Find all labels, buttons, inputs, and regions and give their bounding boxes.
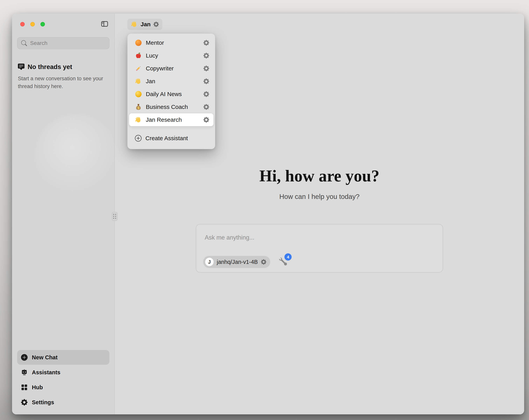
greeting-title: Hi, how are you? xyxy=(115,166,524,185)
search-icon xyxy=(21,40,27,46)
app-window: No threads yet Start a new conversation … xyxy=(12,14,524,414)
nav-label: Settings xyxy=(32,399,54,406)
gear-icon[interactable] xyxy=(203,104,209,110)
greeting-subtitle: How can I help you today? xyxy=(115,193,524,201)
sidebar-nav: New Chat Assistants Hub Settings xyxy=(17,350,109,414)
sidebar-item-hub[interactable]: Hub xyxy=(17,380,109,395)
empty-state: No threads yet Start a new conversation … xyxy=(17,63,109,90)
titlebar xyxy=(17,14,109,35)
nav-label: Hub xyxy=(32,384,43,391)
gear-icon[interactable] xyxy=(203,40,209,46)
waving-hand-icon xyxy=(135,78,142,85)
sidebar: No threads yet Start a new conversation … xyxy=(12,14,115,414)
greeting: Hi, how are you? How can I help you toda… xyxy=(115,166,524,201)
search-input[interactable] xyxy=(30,40,105,46)
menu-item-label: Mentor xyxy=(146,40,199,46)
gear-icon[interactable] xyxy=(203,91,209,97)
plus-circle-icon xyxy=(21,354,28,361)
waving-hand-icon xyxy=(131,21,138,28)
chat-bubble-icon xyxy=(18,64,25,70)
sidebar-item-assistants[interactable]: Assistants xyxy=(17,365,109,380)
nav-label: New Chat xyxy=(32,354,58,361)
model-name: janhq/Jan-v1-4B xyxy=(217,259,258,265)
tools-count-badge: 4 xyxy=(284,253,292,260)
gear-icon xyxy=(21,399,28,406)
grid-icon xyxy=(21,384,28,391)
red-apple-icon xyxy=(135,52,142,59)
menu-item-jan-research[interactable]: Jan Research xyxy=(129,113,213,126)
menu-item-daily-ai-news[interactable]: Daily AI News xyxy=(129,88,213,101)
pencil-icon xyxy=(135,65,142,72)
close-button[interactable] xyxy=(20,22,25,27)
assistant-selector-button[interactable]: Jan xyxy=(127,19,162,30)
menu-item-label: Jan Research xyxy=(146,116,199,123)
nav-label: Assistants xyxy=(32,369,60,376)
menu-item-mentor[interactable]: Mentor xyxy=(129,36,213,49)
yellow-circle-icon xyxy=(135,91,142,98)
model-selector-button[interactable]: J janhq/Jan-v1-4B xyxy=(203,256,270,268)
assistant-dropdown-menu: Mentor Lucy Copywriter xyxy=(127,33,215,149)
desktop-background: No threads yet Start a new conversation … xyxy=(0,0,529,420)
menu-item-label: Copywriter xyxy=(146,65,199,72)
sidebar-item-new-chat[interactable]: New Chat xyxy=(17,350,109,365)
menu-item-label: Daily AI News xyxy=(146,91,199,97)
sidebar-item-settings[interactable]: Settings xyxy=(17,395,109,410)
gear-icon[interactable] xyxy=(261,259,266,265)
gear-icon xyxy=(153,22,159,27)
gear-icon[interactable] xyxy=(203,117,209,123)
current-assistant-name: Jan xyxy=(141,21,151,27)
robot-icon xyxy=(21,369,28,376)
chat-input-placeholder[interactable]: Ask me anything... xyxy=(205,234,254,241)
menu-item-label: Business Coach xyxy=(146,104,199,110)
create-assistant-label: Create Assistant xyxy=(145,135,188,142)
gear-icon[interactable] xyxy=(203,78,209,84)
money-bag-icon xyxy=(135,103,142,110)
gear-icon[interactable] xyxy=(203,66,209,71)
menu-item-jan[interactable]: Jan xyxy=(129,75,213,88)
search-field[interactable] xyxy=(17,37,109,49)
gear-icon[interactable] xyxy=(203,53,209,58)
model-avatar: J xyxy=(205,258,214,266)
menu-item-label: Lucy xyxy=(146,52,199,59)
menu-item-label: Jan xyxy=(146,78,199,85)
toggle-sidebar-button[interactable] xyxy=(101,20,108,28)
minimize-button[interactable] xyxy=(30,22,35,27)
plus-circle-outline-icon xyxy=(135,135,142,142)
main-area: Jan Mentor Lucy xyxy=(115,14,524,414)
empty-state-subtitle: Start a new conversation to see your thr… xyxy=(18,75,104,90)
sidebar-toggle-icon xyxy=(101,20,108,27)
sidebar-reflection xyxy=(35,115,117,196)
menu-divider xyxy=(132,129,211,129)
empty-state-title: No threads yet xyxy=(28,63,72,71)
waving-hand-icon xyxy=(135,116,142,123)
chat-composer[interactable]: Ask me anything... J janhq/Jan-v1-4B 4 xyxy=(196,224,443,273)
create-assistant-button[interactable]: Create Assistant xyxy=(129,132,213,145)
sidebar-resize-handle[interactable] xyxy=(112,212,118,221)
zoom-button[interactable] xyxy=(40,22,45,27)
orange-circle-icon xyxy=(135,39,142,46)
menu-item-copywriter[interactable]: Copywriter xyxy=(129,62,213,75)
menu-item-business-coach[interactable]: Business Coach xyxy=(129,101,213,113)
menu-item-lucy[interactable]: Lucy xyxy=(129,49,213,62)
window-controls xyxy=(17,22,45,27)
tools-button[interactable]: 4 xyxy=(279,258,287,266)
